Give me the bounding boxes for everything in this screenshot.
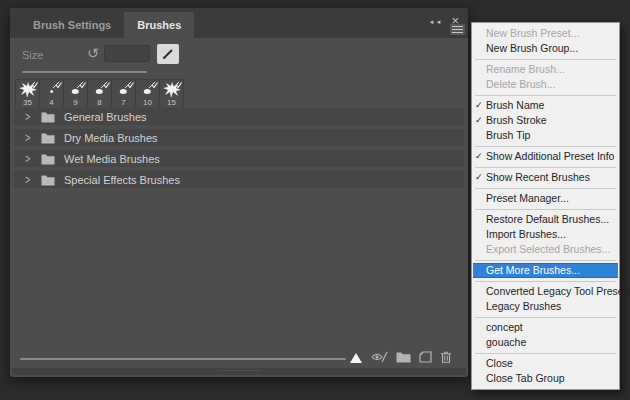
panel-flyout-menu: ✓ New Brush Preset... ✓ New Brush Group.… [471, 22, 620, 390]
menu-item-label: Brush Name [486, 99, 544, 111]
brush-dab-icon [95, 89, 102, 94]
menu-item[interactable]: ✓ Rename Brush... [472, 62, 619, 77]
brush-group-row[interactable]: General Brushes [14, 108, 464, 125]
checkmark-icon: ✓ [475, 170, 485, 185]
panel-flyout-menu-button[interactable] [450, 24, 465, 35]
collapse-panel-icon[interactable]: ◄◄ [429, 19, 443, 25]
menu-item[interactable]: ✓ Preset Manager... [472, 191, 619, 206]
brush-size-number: 10 [136, 98, 159, 107]
menu-item[interactable]: ✓ Export Selected Brushes... [472, 242, 619, 257]
panel-tab[interactable]: Brush Settings [20, 12, 124, 38]
menu-item-label: Close Tab Group [486, 372, 565, 384]
brush-group-label: Special Effects Brushes [64, 174, 180, 186]
brush-dab-icon [143, 89, 150, 94]
folder-icon [41, 174, 55, 186]
menu-item[interactable]: ✓ Converted Legacy Tool Presets [472, 284, 619, 299]
brush-preset[interactable]: 15 [159, 79, 184, 109]
menu-item[interactable]: ✓ Legacy Brushes [472, 299, 619, 314]
thumbnail-size-slider[interactable] [20, 358, 346, 360]
menu-item-label: Delete Brush... [486, 78, 555, 90]
menu-item[interactable]: ✓ Show Additional Preset Info [472, 149, 619, 164]
menu-item[interactable]: ✓ Close [472, 356, 619, 371]
menu-item-label: New Brush Group... [486, 42, 578, 54]
size-slider[interactable] [22, 71, 147, 73]
menu-item[interactable]: ✓ Delete Brush... [472, 77, 619, 92]
brush-icon [161, 47, 175, 61]
menu-item[interactable]: ✓ Close Tab Group [472, 371, 619, 386]
resize-grip-icon [217, 370, 261, 373]
checkmark-icon: ✓ [475, 98, 485, 113]
chevron-right-icon[interactable] [25, 131, 33, 145]
brush-preset[interactable]: 10 [135, 79, 160, 109]
brush-check-badge-icon [100, 81, 110, 89]
brush-dab-icon [71, 89, 78, 94]
brush-dab-icon [119, 89, 126, 94]
menu-item[interactable]: ✓ Show Recent Brushes [472, 170, 619, 185]
brush-preset[interactable]: 8 [87, 79, 112, 109]
folder-icon [41, 132, 55, 144]
chevron-right-icon[interactable] [25, 110, 33, 124]
brushes-panel: Brush Settings Brushes ◄◄ × Size ↺ [10, 8, 468, 377]
brush-group-row[interactable]: Dry Media Brushes [14, 129, 464, 146]
menu-item-label: New Brush Preset... [486, 27, 579, 39]
menu-item-label: Brush Tip [486, 129, 530, 141]
menu-item-label: Converted Legacy Tool Presets [486, 285, 630, 297]
menu-item-label: Legacy Brushes [486, 300, 561, 312]
menu-item[interactable]: ✓ New Brush Group... [472, 41, 619, 56]
size-label: Size [22, 49, 43, 61]
menu-item-label: Show Recent Brushes [486, 171, 590, 183]
brush-group-label: Dry Media Brushes [64, 132, 158, 144]
menu-item-label: Export Selected Brushes... [486, 243, 610, 255]
menu-item[interactable]: ✓ Brush Tip [472, 128, 619, 143]
menu-item[interactable]: ✓ gouache [472, 335, 619, 350]
brush-group-label: Wet Media Brushes [64, 153, 160, 165]
panel-tab-label: Brushes [137, 19, 181, 31]
menu-item[interactable]: ✓ Brush Name [472, 98, 619, 113]
menu-item[interactable]: ✓ Restore Default Brushes... [472, 212, 619, 227]
menu-item-label: concept [486, 321, 523, 333]
brush-preset[interactable]: 9 [63, 79, 88, 109]
checkmark-icon: ✓ [475, 113, 485, 128]
folder-icon [41, 111, 55, 123]
brush-preview-toggle-icon[interactable] [371, 351, 388, 363]
menu-item-label: Get More Brushes... [486, 264, 580, 276]
menu-item[interactable]: ✓ Import Brushes... [472, 227, 619, 242]
menu-item-label: gouache [486, 336, 526, 348]
menu-item-label: Import Brushes... [486, 228, 566, 240]
brush-group-row[interactable]: Special Effects Brushes [14, 171, 464, 188]
panel-titlebar: Brush Settings Brushes ◄◄ × [10, 8, 468, 38]
brush-size-number: 8 [88, 98, 111, 107]
brush-dab-icon [50, 90, 53, 93]
reset-size-icon[interactable]: ↺ [87, 46, 99, 60]
brush-preset[interactable]: 35 [15, 79, 40, 109]
folder-icon [41, 153, 55, 165]
panel-tab[interactable]: Brushes [124, 12, 194, 38]
brush-stroke-preview-button[interactable] [157, 44, 179, 64]
menu-item[interactable]: ✓ Get More Brushes... [473, 263, 618, 278]
bottom-bar-icons [371, 351, 452, 363]
menu-item-label: Restore Default Brushes... [486, 213, 609, 225]
chevron-right-icon[interactable] [25, 173, 33, 187]
delete-brush-trash-icon[interactable] [440, 351, 452, 363]
brush-check-badge-icon [172, 81, 182, 89]
menu-item-label: Close [486, 357, 513, 369]
brush-check-badge-icon [28, 81, 38, 89]
new-group-folder-icon[interactable] [396, 351, 411, 363]
menu-item[interactable]: ✓ Brush Stroke [472, 113, 619, 128]
new-brush-icon[interactable] [419, 351, 432, 363]
brush-preset[interactable]: 7 [111, 79, 136, 109]
brush-size-number: 9 [64, 98, 87, 107]
brush-preset[interactable]: 4 [39, 79, 64, 109]
brush-check-badge-icon [148, 81, 158, 89]
brush-groups-list: General Brushes Dry Media Brushes Wet Me… [14, 108, 464, 192]
menu-item[interactable]: ✓ New Brush Preset... [472, 26, 619, 41]
panel-resize-strip[interactable] [12, 368, 466, 375]
size-input[interactable] [104, 45, 150, 62]
brush-size-number: 35 [16, 98, 39, 107]
slider-thumb-icon[interactable] [350, 353, 362, 363]
menu-item-label: Rename Brush... [486, 63, 565, 75]
menu-item[interactable]: ✓ concept [472, 320, 619, 335]
chevron-right-icon[interactable] [25, 152, 33, 166]
brush-group-row[interactable]: Wet Media Brushes [14, 150, 464, 167]
brush-size-number: 15 [160, 98, 183, 107]
